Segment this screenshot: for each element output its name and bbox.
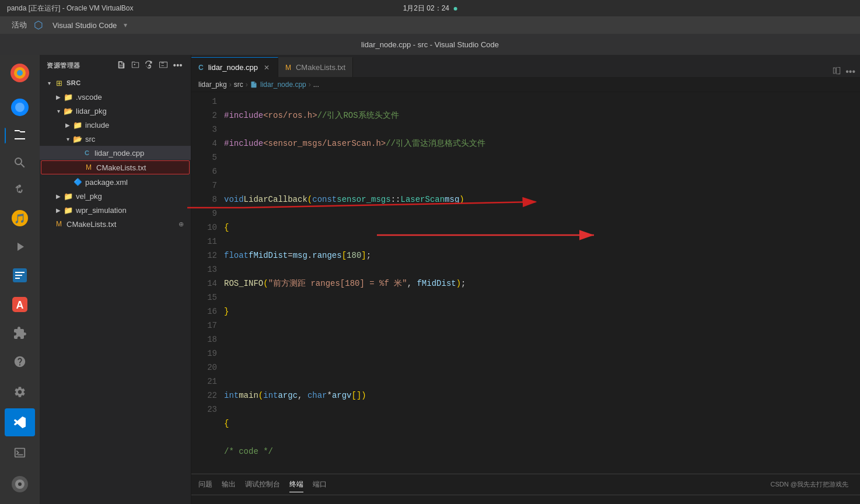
svg-point-15 xyxy=(18,482,22,486)
tab-close-lidar[interactable]: ✕ xyxy=(263,62,271,73)
sidebar: 资源管理器 ••• ▾ ⊞ xyxy=(40,55,191,504)
vscode-title-text: lidar_node.cpp - src - Visual Studio Cod… xyxy=(361,40,499,49)
tab-bar: C lidar_node.cpp ✕ M CMakeLists.txt ••• xyxy=(191,55,860,77)
panel-tab-problems[interactable]: 问题 xyxy=(198,477,212,492)
activity-vscode-bottom[interactable] xyxy=(5,408,35,436)
tree-item-vel-pkg[interactable]: ▶ 📁 vel_pkg xyxy=(40,189,191,203)
activity-help[interactable] xyxy=(5,348,35,376)
breadcrumb-dots[interactable]: ... xyxy=(313,80,319,89)
os-titlebar: panda [正在运行] - Oracle VM VirtualBox 1月2日… xyxy=(0,0,860,16)
chevron-down-icon: ▾ xyxy=(124,21,127,29)
notes-icon[interactable]: 🎵 xyxy=(5,205,35,232)
cmake-root-icon: M xyxy=(54,220,64,228)
tab-cmake[interactable]: M CMakeLists.txt xyxy=(278,57,353,77)
tree-item-lidar-node-cpp[interactable]: C lidar_node.cpp xyxy=(40,146,191,160)
breadcrumb: lidar_pkg › src › lidar_node.cpp › ... xyxy=(191,77,860,92)
tree-item-cmake-inner[interactable]: M CMakeLists.txt xyxy=(41,160,190,174)
activity-settings[interactable] xyxy=(5,378,35,406)
tab-cpp-icon: C xyxy=(198,64,204,72)
activity-terminal[interactable] xyxy=(5,439,35,467)
refresh-icon[interactable] xyxy=(144,60,155,72)
folder-include-icon: 📁 xyxy=(72,121,83,130)
folder-icon: ⊞ xyxy=(54,79,64,88)
sidebar-toolbar: ••• xyxy=(116,60,184,72)
arrow-src: ▾ xyxy=(63,136,72,142)
arrow-vel-pkg: ▶ xyxy=(54,193,63,200)
new-file-icon[interactable] xyxy=(116,60,127,72)
vscode-icon: ⬡ xyxy=(34,19,43,32)
tree-item-package-xml[interactable]: 🔷 package.xml xyxy=(40,175,191,189)
panel-tab-ports[interactable]: 端口 xyxy=(313,477,327,492)
firefox-icon[interactable] xyxy=(5,60,35,86)
tree-item-vscode[interactable]: ▶ 📁 .vscode xyxy=(40,90,191,104)
os-menu: panda [正在运行] - Oracle VM VirtualBox xyxy=(7,4,134,13)
tree-item-include[interactable]: ▶ 📁 include xyxy=(40,118,191,132)
app-store-icon[interactable]: A xyxy=(5,291,35,318)
activity-search[interactable] xyxy=(5,150,35,176)
new-folder-icon[interactable] xyxy=(130,60,141,72)
file-tree: ▾ ⊞ SRC ▶ 📁 .vscode ▾ 📂 lidar_pkg ▶ 📁 in… xyxy=(40,76,191,504)
main-layout: 🎵 A xyxy=(0,55,860,504)
svg-rect-9 xyxy=(15,275,22,276)
code-editor: 12345 678910 1112131415 1617181920 21222… xyxy=(191,92,860,474)
status-dot xyxy=(453,7,457,10)
tab-cmake-label: CMakeLists.txt xyxy=(296,63,345,72)
folder-lidar-icon: 📂 xyxy=(63,107,74,116)
activity-run[interactable] xyxy=(5,235,35,260)
breadcrumb-file[interactable]: lidar_node.cpp xyxy=(250,80,306,89)
folder-wpr-icon: 📁 xyxy=(63,206,74,215)
svg-text:🎵: 🎵 xyxy=(14,213,26,224)
arrow-vscode: ▶ xyxy=(54,94,63,100)
svg-point-2 xyxy=(17,70,23,76)
tree-item-cmake-root[interactable]: M CMakeLists.txt ⊕ xyxy=(40,217,191,231)
panel-tabs: 问题 输出 调试控制台 终端 端口 CSDN @我先去打把游戏先 xyxy=(191,474,860,495)
tree-item-src-root[interactable]: ▾ ⊞ SRC xyxy=(40,76,191,90)
more-options-icon[interactable]: ••• xyxy=(172,60,184,72)
folder-vscode-icon: 📁 xyxy=(63,93,74,102)
activity-explorer[interactable] xyxy=(5,123,35,148)
editor-area: C lidar_node.cpp ✕ M CMakeLists.txt ••• … xyxy=(191,55,860,504)
tree-item-src[interactable]: ▾ 📂 src xyxy=(40,132,191,146)
menu-activity[interactable]: 活动 xyxy=(7,18,32,33)
svg-text:A: A xyxy=(16,299,24,311)
tree-item-lidar-pkg[interactable]: ▾ 📂 lidar_pkg xyxy=(40,104,191,118)
tree-item-wpr-simulation[interactable]: ▶ 📁 wpr_simulation xyxy=(40,203,191,217)
svg-rect-8 xyxy=(15,272,25,273)
gnome-notes-icon[interactable] xyxy=(5,261,35,288)
cpp-file-icon: C xyxy=(82,149,92,156)
panel-tab-output[interactable]: 输出 xyxy=(222,477,236,492)
activity-bar-bottom xyxy=(5,348,35,504)
svg-rect-10 xyxy=(15,278,20,279)
breadcrumb-src[interactable]: src xyxy=(234,80,243,89)
xml-file-icon: 🔷 xyxy=(72,178,83,186)
collapse-icon[interactable] xyxy=(158,60,169,72)
cmake-root-badge: ⊕ xyxy=(179,220,186,228)
os-app-title: panda [正在运行] - Oracle VM VirtualBox xyxy=(7,4,134,13)
panel-tab-terminal[interactable]: 终端 xyxy=(289,477,303,492)
bottom-panel: 问题 输出 调试控制台 终端 端口 CSDN @我先去打把游戏先 xyxy=(191,474,860,504)
vscode-titlebar: lidar_node.cpp - src - Visual Studio Cod… xyxy=(0,34,860,55)
arrow-lidar-pkg: ▾ xyxy=(54,108,63,114)
activity-bar: 🎵 A xyxy=(0,55,40,504)
breadcrumb-lidar-pkg[interactable]: lidar_pkg xyxy=(198,80,227,89)
panel-tab-debug[interactable]: 调试控制台 xyxy=(245,477,280,492)
arrow-include: ▶ xyxy=(63,122,72,128)
folder-src-icon: 📂 xyxy=(72,135,83,144)
split-editor-icon[interactable] xyxy=(833,66,841,77)
thunderbird-icon[interactable] xyxy=(5,93,35,120)
tab-lidar-node-cpp[interactable]: C lidar_node.cpp ✕ xyxy=(191,57,278,77)
menu-vscode-label: Visual Studio Code xyxy=(48,19,121,32)
arrow-src-root: ▾ xyxy=(44,80,54,86)
editor-actions: ••• xyxy=(828,66,860,77)
more-editor-actions-icon[interactable]: ••• xyxy=(845,66,855,77)
line-numbers: 12345 678910 1112131415 1617181920 21222… xyxy=(191,92,222,474)
code-content[interactable]: #include <ros/ros.h> //引入ROS系统头文件 #inclu… xyxy=(222,92,860,474)
activity-extensions[interactable] xyxy=(5,320,35,345)
os-datetime: 1月2日 02：24 xyxy=(403,4,457,13)
activity-source-control[interactable] xyxy=(5,177,35,202)
disk-icon[interactable] xyxy=(5,469,35,499)
sidebar-title: 资源管理器 ••• xyxy=(40,55,191,76)
vscode-menubar: 活动 ⬡ Visual Studio Code ▾ xyxy=(0,16,860,34)
tab-cmake-icon: M xyxy=(285,64,291,72)
tab-lidar-label: lidar_node.cpp xyxy=(208,63,258,72)
